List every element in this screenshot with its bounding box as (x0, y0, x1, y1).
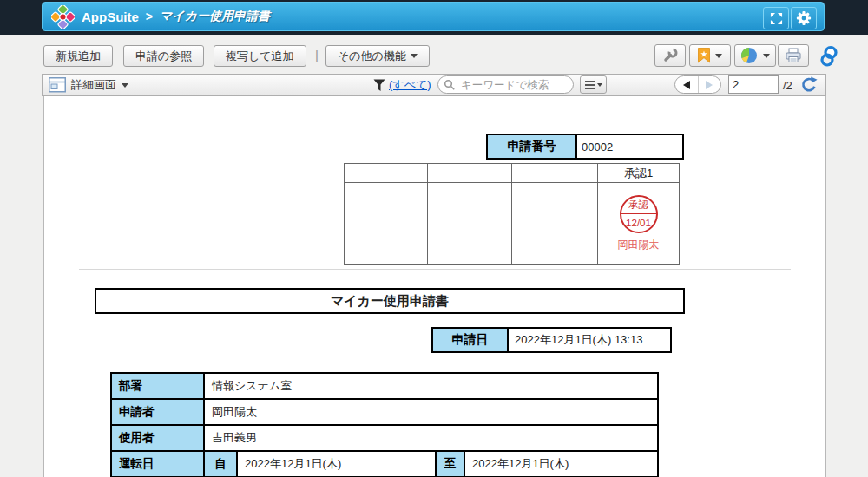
next-page-button[interactable] (699, 76, 721, 93)
detail-view-icon (49, 77, 66, 93)
breadcrumb: AppSuite > マイカー使用申請書 (51, 5, 270, 29)
form-title: マイカー使用申請書 (95, 288, 685, 314)
driving-date-to-value: 2022年12月1日(木) (464, 451, 658, 477)
previous-page-button[interactable] (675, 76, 699, 93)
pager (674, 75, 721, 94)
view-bar: 詳細画面 (すべて) /2 (42, 74, 826, 96)
user-label: 使用者 (111, 425, 204, 451)
table-row: 部署 情報システム室 (111, 373, 658, 399)
toolbar: 新規追加 申請の参照 複写して追加 | その他の機能 (0, 35, 868, 74)
chevron-down-icon (411, 54, 418, 58)
table-row: 運転日 自 2022年12月1日(木) 至 2022年12月1日(木) (111, 451, 658, 477)
appsuite-home-link[interactable]: AppSuite (82, 10, 139, 24)
arrow-right-icon (706, 81, 713, 89)
chevron-down-icon (122, 83, 128, 88)
other-functions-label: その他の機能 (338, 49, 406, 64)
new-record-button[interactable]: 新規追加 (43, 45, 113, 67)
page-total-label: /2 (783, 75, 792, 95)
applicant-label: 申請者 (111, 399, 204, 425)
application-detail-table: 部署 情報システム室 申請者 岡田陽太 使用者 吉田義男 運転日 自 2022年… (110, 372, 659, 477)
copy-and-add-button[interactable]: 複写して追加 (214, 45, 306, 67)
table-row: 申請者 岡田陽太 (111, 399, 658, 425)
filter-all-link[interactable]: (すべて) (389, 75, 431, 95)
approval-cell-empty (345, 164, 428, 183)
application-date-field: 申請日 2022年12月1日(木) 13:13 (431, 327, 672, 353)
fullscreen-icon (770, 12, 783, 25)
bookmark-star-icon (698, 48, 710, 63)
app-header: AppSuite > マイカー使用申請書 (0, 0, 868, 35)
page-title: マイカー使用申請書 (160, 9, 270, 24)
approval-cell-empty (428, 164, 512, 183)
keyword-search-input[interactable] (459, 78, 568, 92)
approval-cell-empty (345, 183, 428, 265)
application-number-label: 申請番号 (488, 135, 577, 158)
table-row: 使用者 吉田義男 (111, 425, 658, 451)
fullscreen-button[interactable] (763, 7, 789, 29)
approval-cell-empty (512, 183, 598, 265)
wrench-icon (662, 48, 678, 63)
appsuite-logo-icon (51, 5, 75, 29)
search-icon (444, 79, 456, 91)
application-number-value: 00002 (577, 135, 682, 158)
page-number-input[interactable] (728, 75, 779, 94)
list-icon (585, 81, 595, 89)
print-button[interactable] (778, 44, 809, 67)
record-detail-view: 申請番号 00002 承認1 承認 12/01 岡田陽太 (43, 96, 826, 477)
printer-icon (785, 48, 802, 63)
settings-button[interactable] (791, 7, 817, 29)
stamp-date: 12/01 (621, 213, 656, 232)
approval-stamp: 承認 12/01 (620, 195, 658, 233)
list-options-button[interactable] (580, 75, 607, 94)
driving-date-label: 運転日 (111, 451, 204, 477)
stamp-status: 承認 (621, 197, 656, 214)
admin-tools-button[interactable] (654, 44, 686, 67)
gear-icon (796, 10, 812, 26)
driving-date-from-value: 2022年12月1日(木) (237, 451, 436, 477)
department-value: 情報システム室 (204, 373, 658, 399)
other-functions-button[interactable]: その他の機能 (326, 45, 430, 67)
appsuite-screen: AppSuite > マイカー使用申請書 (0, 0, 868, 477)
refresh-icon[interactable] (800, 76, 818, 94)
application-number-field: 申請番号 00002 (486, 134, 684, 160)
filter-icon (373, 75, 385, 95)
chevron-down-icon (597, 83, 602, 87)
chart-menu-button[interactable] (734, 44, 776, 67)
reference-application-button[interactable]: 申請の参照 (123, 45, 204, 67)
breadcrumb-separator: > (146, 10, 153, 23)
chevron-down-icon (715, 54, 722, 58)
view-selector[interactable]: 詳細画面 (49, 75, 128, 95)
driving-date-to-label: 至 (436, 451, 464, 477)
search-box (437, 75, 574, 94)
bookmark-menu-button[interactable] (689, 44, 731, 67)
applicant-value: 岡田陽太 (204, 399, 658, 425)
section-divider (79, 269, 791, 270)
driving-date-from-label: 自 (204, 451, 237, 477)
header-bar: AppSuite > マイカー使用申請書 (42, 2, 825, 31)
approval-route-table: 承認1 承認 12/01 岡田陽太 (344, 163, 680, 265)
approval-stamp-cell: 承認 12/01 岡田陽太 (598, 183, 680, 265)
approver-name: 岡田陽太 (598, 238, 679, 252)
department-label: 部署 (111, 373, 204, 399)
application-date-label: 申請日 (433, 329, 509, 351)
approval-cell-empty (428, 183, 512, 265)
view-selector-label: 詳細画面 (71, 77, 116, 93)
user-value: 吉田義男 (204, 425, 658, 451)
pie-chart-icon (740, 47, 758, 64)
chevron-down-icon (763, 54, 770, 58)
approval-step-header: 承認1 (598, 164, 680, 183)
approval-cell-empty (512, 164, 598, 183)
arrow-left-icon (683, 81, 690, 89)
desknets-link-icon[interactable] (818, 45, 840, 68)
toolbar-divider: | (315, 48, 319, 62)
application-date-value: 2022年12月1日(木) 13:13 (509, 329, 670, 351)
